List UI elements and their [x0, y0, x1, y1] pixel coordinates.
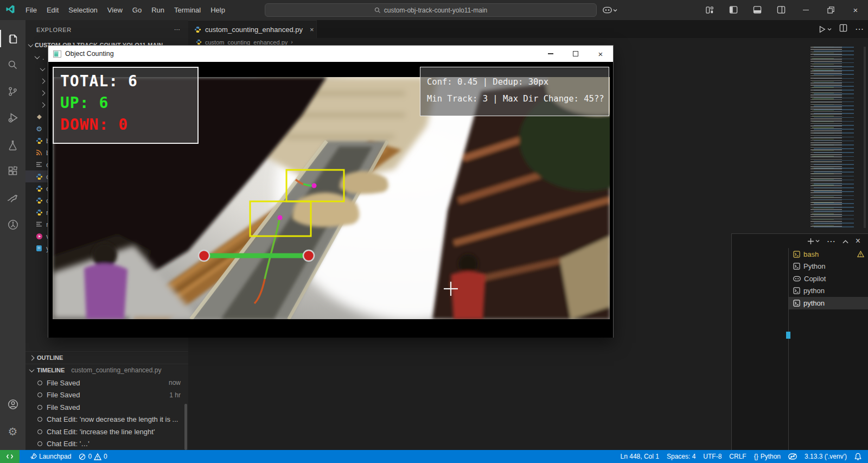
eol-sequence[interactable]: CRLF — [725, 450, 750, 463]
tab-custom-counting-enhanced[interactable]: custom_counting_enhanced.py × — [188, 20, 317, 38]
encoding[interactable]: UTF-8 — [699, 450, 725, 463]
timeline-section-header[interactable]: TIMELINE custom_counting_enhanced.py — [25, 364, 188, 376]
timeline-item[interactable]: Chat Edit: '…' — [25, 438, 188, 451]
chevron-down-icon — [29, 367, 35, 372]
stats-overlay: TOTAL: 6 UP: 6 DOWN: 0 — [53, 67, 199, 144]
outline-section-header[interactable]: OUTLINE — [25, 351, 188, 364]
cv-window-titlebar[interactable]: Object Counting × — [48, 46, 613, 62]
chevron-down-icon — [28, 42, 34, 47]
cv-minimize-icon[interactable] — [538, 46, 563, 62]
menu-selection[interactable]: Selection — [63, 4, 102, 16]
share-circle-icon[interactable] — [0, 214, 25, 236]
menu-view[interactable]: View — [103, 4, 127, 16]
config-overlay: Conf: 0.45 | Dedup: 30px Min Track: 3 | … — [420, 67, 609, 116]
up-count: UP: 6 — [60, 94, 191, 112]
cv-window-body: TOTAL: 6 UP: 6 DOWN: 0 Conf: 0.45 | Dedu… — [48, 62, 613, 338]
rss-file-icon — [35, 149, 43, 156]
explorer-icon[interactable] — [0, 28, 25, 49]
run-python-icon[interactable] — [818, 26, 832, 33]
vscode-logo-icon — [0, 4, 21, 16]
new-terminal-icon[interactable] — [807, 238, 820, 245]
customize-layout-icon[interactable] — [698, 0, 722, 20]
terminal-tab-python3-selected[interactable]: python — [789, 297, 868, 309]
search-sidebar-icon[interactable] — [0, 54, 25, 75]
line-endpoint-right — [303, 250, 314, 261]
settings-gear-icon[interactable]: ⚙ — [0, 421, 25, 442]
python-file-icon — [35, 196, 43, 204]
indentation[interactable]: Spaces: 4 — [663, 450, 699, 463]
chevron-down-icon — [613, 8, 617, 12]
python-file-icon — [194, 26, 201, 33]
text-file-icon — [35, 220, 43, 228]
gear-file-icon: ⚙ — [35, 125, 43, 132]
python-file-icon — [35, 208, 43, 216]
timeline-dot-icon — [37, 429, 42, 434]
terminal-tab-python2[interactable]: python — [789, 285, 868, 297]
menu-edit[interactable]: Edit — [42, 4, 63, 16]
window-restore-icon[interactable] — [818, 0, 843, 20]
kangaroo-extension-icon[interactable] — [0, 187, 25, 209]
cv-maximize-icon[interactable] — [563, 46, 588, 62]
timeline-item[interactable]: Chat Edit: 'increase the line lenght' — [25, 426, 188, 438]
run-debug-icon[interactable] — [0, 107, 25, 129]
minimap[interactable] — [807, 47, 861, 228]
testing-flask-icon[interactable] — [0, 134, 25, 156]
problems-indicator[interactable]: 0 0 — [75, 450, 111, 463]
panel-close-icon[interactable]: × — [856, 236, 860, 246]
search-text: custom-obj-track-count-yolo11-main — [384, 7, 488, 14]
terminal-icon — [793, 251, 800, 258]
toggle-panel-icon[interactable] — [745, 0, 769, 20]
launchpad-button[interactable]: Launchpad — [26, 450, 75, 463]
window-minimize-icon[interactable] — [793, 0, 818, 20]
panel-more-icon[interactable]: ⋯ — [827, 236, 835, 246]
menu-terminal[interactable]: Terminal — [169, 4, 206, 16]
terminal-panel: ⋯ × bash Python Copilot python python — [731, 233, 868, 450]
menu-run[interactable]: Run — [146, 4, 169, 16]
language-mode[interactable]: {}Python — [750, 450, 784, 463]
object-counting-window: Object Counting × — [48, 45, 614, 338]
menu-help[interactable]: Help — [206, 4, 230, 16]
menu-go[interactable]: Go — [127, 4, 146, 16]
explorer-more-icon[interactable]: ⋯ — [174, 26, 181, 33]
timeline-item[interactable]: File Savednow — [25, 377, 188, 389]
down-count: DOWN: 0 — [60, 116, 191, 134]
terminal-tab-bash[interactable]: bash — [789, 248, 868, 261]
notifications-bell-icon[interactable] — [851, 450, 868, 463]
source-control-icon[interactable] — [0, 80, 25, 102]
window-close-icon[interactable]: × — [843, 0, 868, 20]
panel-maximize-icon[interactable] — [843, 236, 848, 246]
copilot-status-icon[interactable] — [784, 450, 801, 463]
python-interpreter[interactable]: 3.13.3 ('.venv') — [801, 450, 851, 463]
copilot-icon[interactable] — [598, 0, 622, 20]
terminal-icon — [793, 300, 800, 307]
toggle-secondary-sidebar-icon[interactable] — [769, 0, 793, 20]
timeline-item[interactable]: File Saved1 hr — [25, 389, 188, 402]
cv-close-icon[interactable]: × — [588, 46, 613, 62]
terminal-tab-copilot[interactable]: Copilot — [789, 272, 868, 285]
remote-indicator[interactable] — [0, 450, 20, 463]
tab-close-icon[interactable]: × — [310, 26, 314, 34]
search-icon — [374, 7, 381, 14]
total-count: TOTAL: 6 — [60, 72, 191, 90]
timeline-file-label: custom_counting_enhanced.py — [71, 366, 161, 374]
timeline-item[interactable]: File Saved — [25, 401, 188, 414]
split-editor-icon[interactable] — [839, 24, 847, 34]
chevron-down-icon — [40, 66, 46, 71]
account-icon[interactable] — [0, 394, 25, 415]
menu-file[interactable]: File — [21, 4, 42, 16]
editor-more-icon[interactable]: ⋯ — [855, 24, 864, 34]
timeline-item[interactable]: Chat Edit: 'now decrease the length it i… — [25, 414, 188, 426]
timeline-dot-icon — [37, 441, 42, 446]
python-file-icon — [35, 137, 43, 144]
panel-decoration-marker — [786, 332, 790, 339]
cursor-position[interactable]: Ln 448, Col 1 — [617, 450, 663, 463]
sidebar-scrollbar[interactable] — [184, 404, 187, 450]
terminal-panel-header: ⋯ × — [732, 234, 868, 248]
status-bar: Launchpad 0 0 Ln 448, Col 1 Spaces: 4 UT… — [0, 450, 868, 463]
terminal-tab-python[interactable]: Python — [789, 261, 868, 273]
toggle-sidebar-icon[interactable] — [722, 0, 745, 20]
extensions-icon[interactable] — [0, 161, 25, 182]
command-center-search[interactable]: custom-obj-track-count-yolo11-main — [265, 3, 597, 17]
editor-scrollbar[interactable] — [864, 47, 866, 228]
breadcrumb-file: custom_counting_enhanced.py — [205, 39, 288, 46]
